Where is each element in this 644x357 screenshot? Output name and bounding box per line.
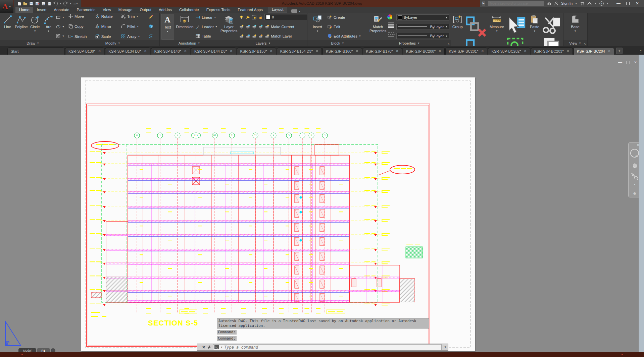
command-line[interactable]: ✕ >_ ▼ Type a command ▼ — [197, 344, 448, 351]
tab-close-icon[interactable]: ✕ — [184, 49, 187, 53]
ellipse-button[interactable]: ▼ — [56, 24, 64, 29]
sign-in-dropdown-icon[interactable]: ▼ — [575, 2, 577, 5]
properties-launcher-icon[interactable]: ↘ — [447, 42, 450, 45]
ungroup-icon[interactable] — [464, 14, 487, 37]
steering-wheel-icon[interactable]: 2D — [630, 149, 639, 158]
file-tab-ksr-sjp-b134-d3-[interactable]: KSR-SJP-B134 D3*✕ — [105, 47, 150, 55]
ribbon-tab-insert[interactable]: Insert — [33, 7, 50, 13]
layer-state-icon[interactable] — [245, 24, 250, 29]
lengthen-button[interactable] — [148, 34, 157, 39]
mirror-button[interactable]: Mirror — [95, 24, 117, 29]
linear-button[interactable]: Linear▼ — [195, 14, 217, 20]
file-tab-start[interactable]: Start — [7, 47, 64, 55]
wrench-icon[interactable] — [207, 345, 211, 349]
move-button[interactable]: Move — [68, 14, 91, 19]
leader-button[interactable]: Leader▼ — [195, 24, 217, 29]
undo-dropdown-icon[interactable]: ▼ — [59, 2, 62, 5]
tab-close-icon[interactable]: ✕ — [608, 49, 611, 53]
linetype-icon[interactable] — [387, 31, 395, 39]
tab-close-icon[interactable]: ✕ — [438, 49, 441, 53]
explode-button[interactable] — [148, 24, 157, 29]
quick-select-icon[interactable] — [505, 14, 527, 36]
panel-label-draw[interactable]: Draw▼ — [0, 40, 66, 46]
stretch-button[interactable]: Stretch — [68, 34, 91, 39]
doc-close-button[interactable]: × — [634, 60, 637, 65]
polyline-button[interactable]: Polyline — [15, 14, 28, 40]
layer-lock-icon[interactable] — [258, 15, 263, 20]
layer-state-icon[interactable] — [239, 24, 244, 29]
tab-close-icon[interactable]: ✕ — [230, 49, 233, 53]
print-icon[interactable] — [47, 1, 52, 6]
hatch-button[interactable]: ▼ — [56, 33, 64, 39]
layer-properties-button[interactable]: Layer Properties — [220, 14, 237, 40]
redo-dropdown-icon[interactable]: ▼ — [69, 2, 72, 5]
tab-overflow-icon[interactable]: ⌃⌃ — [640, 49, 642, 53]
file-tab-ksr-sjp-b154-d3-[interactable]: KSR-SJP-B154 D3*✕ — [277, 47, 322, 55]
rectangle-button[interactable]: ▼ — [56, 14, 64, 20]
view-launcher-icon[interactable]: ↘ — [584, 42, 586, 45]
redo-icon[interactable] — [63, 1, 68, 6]
layer-state-icon[interactable] — [245, 34, 250, 39]
command-expand-icon[interactable]: ▼ — [444, 346, 447, 349]
layer-state-icon[interactable] — [252, 34, 257, 39]
help-dropdown-icon[interactable]: ▼ — [606, 2, 609, 5]
make-current-button[interactable]: Make Current — [271, 25, 294, 29]
tab-close-icon[interactable]: ✕ — [355, 49, 358, 53]
ribbon-display-toggle[interactable]: ▼ — [291, 9, 301, 13]
ribbon-tab-add-ins[interactable]: Add-ins — [155, 7, 176, 13]
copy-button[interactable]: Copy — [68, 24, 91, 29]
tab-close-icon[interactable]: ✕ — [270, 49, 273, 53]
trim-button[interactable]: Trim▼ — [121, 14, 144, 19]
file-tab-ksr-sjp-b150-[interactable]: KSR-SJP-B150*✕ — [237, 47, 276, 55]
arc-button[interactable]: Arc▼ — [42, 14, 55, 40]
ribbon-tab-parametric[interactable]: Parametric — [73, 7, 99, 13]
vertical-scrollbar[interactable] — [639, 55, 644, 352]
new-layout-button[interactable]: + — [51, 348, 55, 352]
layer-off-icon[interactable] — [239, 15, 244, 20]
command-input[interactable]: >_ ▼ Type a command — [213, 344, 442, 350]
drawing-canvas[interactable]: — × G1HY-YH12J1K3LMJSECTION S-5 ✕ 2D — [0, 55, 644, 352]
doc-restore-button[interactable] — [627, 61, 630, 64]
infocenter-collapse-icon[interactable]: ▶ — [482, 1, 485, 6]
ribbon-tab-annotate[interactable]: Annotate — [50, 7, 73, 13]
recent-commands-icon[interactable]: ▼ — [220, 346, 223, 348]
dimension-button[interactable]: Dimension — [175, 14, 195, 40]
ribbon-tab-home[interactable]: Home — [15, 7, 33, 13]
search-icon[interactable] — [546, 1, 551, 6]
new-drawing-tab-button[interactable]: + — [616, 48, 623, 54]
file-tab-ksr-sjp-bc204[interactable]: KSR-SJP-BC204✕ — [574, 47, 614, 55]
tab-close-icon[interactable]: ✕ — [566, 49, 569, 53]
tab-close-icon[interactable]: ✕ — [98, 49, 101, 53]
app-store-icon[interactable] — [580, 1, 585, 6]
object-color-dropdown[interactable]: ByLayer▼ — [396, 14, 449, 20]
plot-icon[interactable] — [41, 1, 46, 6]
exchange-dropdown-icon[interactable]: ▼ — [594, 2, 597, 5]
layer-state-icon[interactable] — [264, 34, 269, 39]
layer-thaw-icon[interactable] — [245, 15, 250, 20]
linetype-dropdown[interactable]: ByLayer▼ — [396, 33, 449, 39]
tab-close-icon[interactable]: ✕ — [144, 49, 147, 53]
panel-label-layers[interactable]: Layers▼ — [219, 40, 307, 46]
minimize-button[interactable]: — — [614, 0, 623, 7]
edit-attributes-button[interactable]: Edit Attributes▼ — [327, 33, 361, 39]
color-wheel-icon[interactable] — [387, 14, 392, 19]
array-button[interactable]: Array▼ — [121, 34, 144, 39]
layer-state-icon[interactable] — [252, 24, 257, 29]
rotate-button[interactable]: Rotate — [95, 14, 117, 19]
ribbon-tab-collaborate[interactable]: Collaborate — [176, 7, 203, 13]
tab-close-icon[interactable]: ✕ — [524, 49, 527, 53]
match-layer-button[interactable]: Match Layer — [271, 34, 292, 38]
insert-button[interactable]: Insert▼ — [309, 14, 326, 40]
cut-icon[interactable] — [541, 14, 562, 36]
new-file-icon[interactable] — [17, 1, 22, 6]
command-grip-handle[interactable] — [199, 345, 200, 349]
line-button[interactable]: Line — [1, 14, 14, 40]
pan-icon[interactable] — [631, 161, 639, 169]
tab-close-icon[interactable]: ✕ — [396, 49, 399, 53]
panel-label-block[interactable]: Block▼ — [307, 40, 368, 46]
create-block-button[interactable]: Create — [327, 14, 361, 20]
file-tab-ksr-sjp-bc202-[interactable]: KSR-SJP-BC202*✕ — [488, 47, 530, 55]
fillet-button[interactable]: Fillet▼ — [121, 24, 144, 29]
file-tab-ksr-sjp-bc203-[interactable]: KSR-SJP-BC203*✕ — [531, 47, 573, 55]
close-button[interactable]: ✕ — [633, 0, 642, 7]
